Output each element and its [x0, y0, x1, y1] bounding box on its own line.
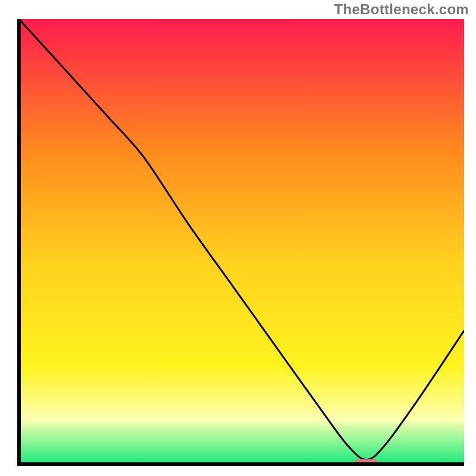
watermark-text: TheBottleneck.com [334, 1, 469, 18]
gradient-background [19, 19, 464, 464]
chart-container: TheBottleneck.com [0, 0, 476, 476]
bottleneck-chart [0, 0, 476, 476]
